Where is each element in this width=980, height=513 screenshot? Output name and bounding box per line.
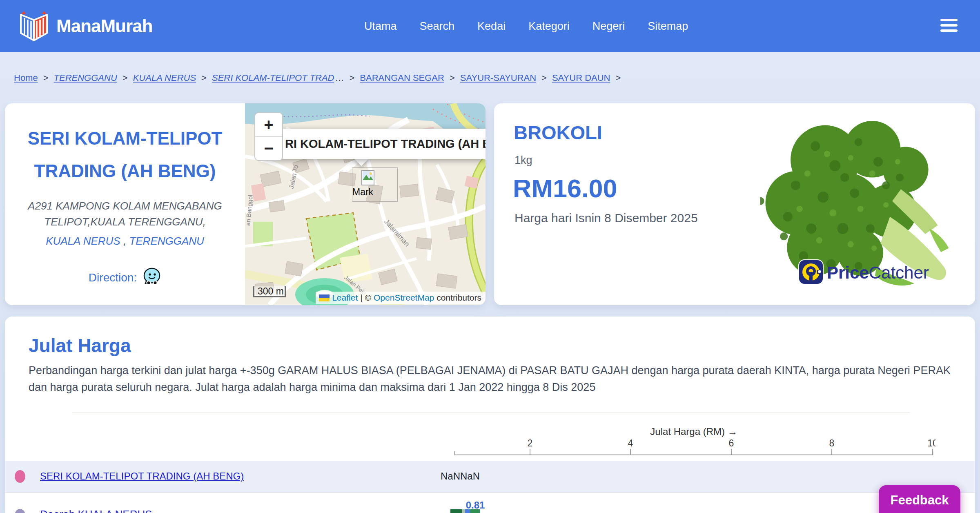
axis-tick-label: 10 [927, 439, 935, 448]
pricecatcher-logo-icon [798, 259, 824, 286]
breadcrumb-ellipsis: … [335, 73, 344, 83]
breadcrumb-category[interactable]: BARANGAN SEGAR [360, 73, 444, 83]
map-scale: 300 m [253, 286, 286, 297]
breadcrumb-state[interactable]: TERENGGANU [54, 73, 117, 83]
page: ManaMurah Utama Search Kedai Kategori Ne… [0, 0, 980, 513]
breadcrumb-separator: > [43, 73, 49, 83]
breadcrumb-separator: > [349, 73, 354, 83]
ukraine-flag-icon [319, 294, 330, 301]
pricecatcher-text: PriceCatcher [827, 263, 929, 283]
store-links: KUALA NERUS , TERENGGANU [5, 235, 245, 248]
comma: , [123, 235, 126, 247]
main-nav: Utama Search Kedai Kategori Negeri Sitem… [364, 0, 688, 52]
attribution-divider: | © [360, 293, 371, 303]
breadcrumb-separator: > [450, 73, 455, 83]
price-range-card: Julat Harga Perbandingan harga terkini d… [5, 317, 975, 513]
nav-search[interactable]: Search [420, 20, 455, 33]
chart-row-district-link[interactable]: Daerah KUALA NERUS [40, 508, 152, 513]
breadcrumb-home[interactable]: Home [14, 73, 38, 83]
broken-image-icon [361, 170, 374, 185]
breadcrumb-item-group[interactable]: SAYUR DAUN [552, 73, 610, 83]
store-card: SERI KOLAM-TELIPOT TRADING (AH BENG) A29… [5, 103, 486, 305]
breadcrumb-separator: > [201, 73, 207, 83]
map-zoom-control: + − [254, 112, 283, 161]
pricecatcher-watermark: PriceCatcher [798, 259, 929, 286]
chart-row-district: Daerah KUALA NERUS 0.81 [5, 493, 975, 513]
header: ManaMurah Utama Search Kedai Kategori Ne… [0, 0, 980, 52]
breadcrumb: Home > TERENGGANU > KUALA NERUS > SERI K… [14, 73, 626, 83]
store-info: SERI KOLAM-TELIPOT TRADING (AH BENG) A29… [5, 103, 245, 305]
district-link[interactable]: KUALA NERUS [46, 235, 120, 247]
divider [72, 413, 910, 413]
axis-tick-label: 4 [628, 439, 633, 448]
nav-negeri[interactable]: Negeri [592, 20, 625, 33]
brand-logo[interactable]: ManaMurah [19, 0, 152, 52]
brand-name: ManaMurah [56, 16, 152, 36]
openstreetmap-link[interactable]: OpenStreetMap [374, 293, 434, 303]
axis-tick-label: 2 [528, 439, 533, 448]
nav-utama[interactable]: Utama [364, 20, 397, 33]
product-price-date: Harga hari Isnin 8 Disember 2025 [514, 211, 698, 225]
map-popup-text: RI KOLAM-TELIPOT TRADING (AH BENG) [285, 137, 486, 151]
breadcrumb-store[interactable]: SERI KOLAM-TELIPOT TRAD [212, 73, 334, 83]
map-marker[interactable]: Mark [352, 167, 398, 202]
chart-row-store-link[interactable]: SERI KOLAM-TELIPOT TRADING (AH BENG) [40, 471, 244, 482]
section-heading: Julat Harga [29, 335, 131, 357]
breadcrumb-separator: > [616, 73, 621, 83]
price-axis: 2 4 6 8 10 [450, 439, 935, 456]
feedback-button[interactable]: Feedback [879, 485, 960, 513]
direction-label: Direction: [89, 271, 137, 284]
nav-kedai[interactable]: Kedai [477, 20, 506, 33]
zoom-out-button[interactable]: − [255, 137, 282, 160]
product-name: BROKOLI [514, 121, 602, 144]
product-price: RM16.00 [513, 174, 617, 203]
store-address: A291 KAMPONG KOLAM MENGABANG TELIPOT,KUA… [5, 198, 245, 230]
series-dot-district [15, 509, 25, 513]
store-title: SERI KOLAM-TELIPOT TRADING (AH BENG) [5, 122, 245, 187]
map-attribution: Leaflet | © OpenStreetMap contributors [316, 292, 486, 304]
axis-title: Julat Harga (RM) → [616, 426, 771, 437]
axis-tick-label: 6 [729, 439, 734, 448]
leaflet-map[interactable]: Jalan To an Banggol Jalaraiman Jalan Pej… [245, 103, 486, 305]
breadcrumb-separator: > [541, 73, 547, 83]
product-unit: 1kg [514, 154, 532, 167]
price-range-bar [450, 509, 480, 513]
map-popup: RI KOLAM-TELIPOT TRADING (AH BENG) [261, 129, 486, 159]
waze-icon[interactable] [143, 267, 161, 288]
section-description: Perbandingan harga terkini dan julat har… [29, 362, 966, 395]
axis-tick-label: 8 [829, 439, 835, 448]
leaflet-link[interactable]: Leaflet [332, 293, 358, 303]
marker-alt-text: Mark [352, 187, 373, 198]
product-card: BROKOLI 1kg RM16.00 Harga hari Isnin 8 D… [494, 103, 975, 305]
hamburger-menu-icon[interactable] [940, 19, 958, 35]
nav-kategori[interactable]: Kategori [528, 20, 570, 33]
breadcrumb-subcategory[interactable]: SAYUR-SAYURAN [460, 73, 536, 83]
nav-sitemap[interactable]: Sitemap [648, 20, 688, 33]
direction-row: Direction: [5, 267, 245, 288]
series-dot-store [15, 470, 25, 483]
breadcrumb-district[interactable]: KUALA NERUS [133, 73, 196, 83]
state-link[interactable]: TERENGGANU [129, 235, 204, 247]
breadcrumb-separator: > [122, 73, 128, 83]
attribution-suffix: contributors [437, 293, 481, 303]
chart-row-store-value: NaNNaN [417, 471, 503, 482]
chart-row-store: SERI KOLAM-TELIPOT TRADING (AH BENG) NaN… [5, 461, 975, 493]
manamurah-logo-icon [19, 9, 49, 44]
zoom-in-button[interactable]: + [255, 113, 282, 136]
